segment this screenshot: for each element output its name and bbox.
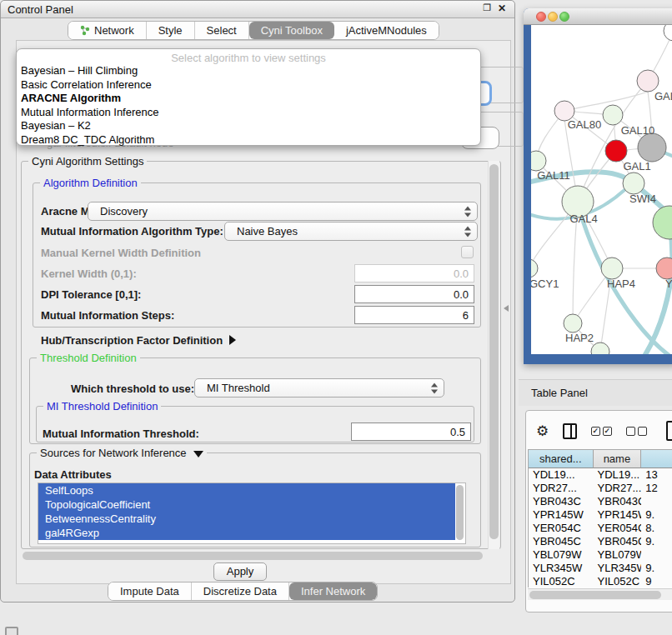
combo-spinner-icon <box>464 206 471 217</box>
panel-divider-arrow-icon[interactable] <box>504 305 509 312</box>
attribute-item[interactable]: SelfLoops <box>38 483 455 498</box>
network-node-y[interactable] <box>656 258 672 279</box>
algorithm-option[interactable]: Bayesian – K2 <box>17 119 480 133</box>
network-node-label: GAL10 <box>621 124 654 137</box>
column-header-name[interactable]: name <box>594 450 642 468</box>
top-tab-bar: NetworkStyleSelectCyni ToolboxjActiveMNo… <box>68 21 439 40</box>
close-window-icon[interactable]: ✕ <box>498 2 506 14</box>
table-header-row: shared...name <box>529 450 672 468</box>
network-node-gal7[interactable] <box>637 70 659 92</box>
network-node-gal1[interactable] <box>605 140 627 162</box>
checked-box-icon: ✓ <box>603 427 612 436</box>
network-node-label: GAL11 <box>537 169 570 182</box>
table-cell: YDR27... <box>594 482 642 495</box>
tab-network[interactable]: Network <box>68 22 147 39</box>
algorithm-option[interactable]: Bayesian – Hill Climbing <box>17 64 480 78</box>
minimize-traffic-light-icon[interactable] <box>548 12 558 22</box>
dpi-tolerance-label: DPI Tolerance [0,1]: <box>41 288 141 301</box>
tab-cyni-toolbox[interactable]: Cyni Toolbox <box>249 22 334 39</box>
tab-discretize-data[interactable]: Discretize Data <box>192 582 289 600</box>
attribute-item[interactable]: gal4RGexp <box>38 526 455 540</box>
algorithm-option[interactable]: Dream8 DC_TDC Algorithm <box>17 133 480 148</box>
bottom-tab-bar: Impute DataDiscretize DataInfer Network <box>108 582 378 601</box>
which-threshold-combo[interactable]: MI Threshold <box>194 378 444 398</box>
unchecked-box-icon <box>626 427 635 436</box>
mi-threshold-group-title: MI Threshold Definition <box>43 400 161 412</box>
table-cell: YBR045C <box>594 535 642 548</box>
table-row[interactable]: YBL079WYBL079W <box>529 548 672 562</box>
network-view-window: GAL7GAL80GAL10GAL1GAL11SWI4GAL4GCY1HAP4Y… <box>524 8 672 364</box>
network-node-label: GCY1 <box>531 278 559 290</box>
mi-steps-label: Mutual Information Steps: <box>41 309 174 322</box>
float-window-icon[interactable]: ❐ <box>483 2 491 13</box>
table-row[interactable]: YDR27...YDR27...12 <box>529 482 672 495</box>
mi-type-value: Naive Bayes <box>237 225 298 238</box>
table-horizontal-scrollbar-thumb[interactable] <box>529 591 661 599</box>
network-node[interactable] <box>664 25 672 41</box>
column-header-shared[interactable]: shared... <box>529 450 594 468</box>
network-node[interactable] <box>638 133 666 162</box>
tab-jactivemnodules[interactable]: jActiveMNodules <box>334 22 439 39</box>
column-header[interactable] <box>641 450 672 468</box>
table-row[interactable]: YER054CYER054C8. <box>529 522 672 535</box>
hub-definition-toggle[interactable]: Hub/Transcription Factor Definition <box>41 334 236 347</box>
table-cell: YBR043C <box>529 495 594 508</box>
settings-vertical-scrollbar-thumb[interactable] <box>489 164 499 539</box>
which-threshold-value: MI Threshold <box>207 382 270 394</box>
network-node-hap2[interactable] <box>564 314 582 332</box>
document-icon[interactable] <box>666 421 672 441</box>
dpi-tolerance-field[interactable]: 0.0 <box>354 285 474 303</box>
sources-group-title[interactable]: Sources for Network Inference <box>37 447 207 459</box>
attribute-list-scrollbar[interactable] <box>456 485 464 540</box>
table-cell: YPR145W <box>529 508 594 522</box>
tab-impute-data[interactable]: Impute Data <box>108 582 192 600</box>
select-all-icon[interactable]: ✓✓ <box>591 427 612 436</box>
table-row[interactable]: YLR345WYLR345W9. <box>529 562 672 575</box>
unchecked-box-icon <box>638 427 647 436</box>
table-cell: 8. <box>641 522 672 535</box>
algorithm-option[interactable]: Basic Correlation Inference <box>17 78 480 92</box>
network-tab-icon <box>80 25 90 36</box>
close-traffic-light-icon[interactable] <box>536 12 546 22</box>
algorithm-option[interactable]: Mutual Information Inference <box>17 106 480 120</box>
node-table: shared...name YDL19...YDL19...13YDR27...… <box>528 449 672 588</box>
mi-threshold-field[interactable]: 0.5 <box>351 422 471 441</box>
zoom-traffic-light-icon[interactable] <box>559 12 569 22</box>
attribute-item[interactable]: BetweennessCentrality <box>38 512 455 526</box>
network-node-swi4[interactable] <box>623 172 644 194</box>
table-row[interactable]: YBR043CYBR043C <box>529 495 672 508</box>
tab-select[interactable]: Select <box>195 22 249 39</box>
which-threshold-label: Which threshold to use: <box>71 382 194 395</box>
network-canvas[interactable]: GAL7GAL80GAL10GAL1GAL11SWI4GAL4GCY1HAP4Y… <box>531 25 672 354</box>
settings-horizontal-scrollbar-thumb[interactable] <box>23 552 483 560</box>
aracne-mode-combo[interactable]: Discovery <box>88 202 478 221</box>
network-node-gcy1[interactable] <box>531 259 538 278</box>
table-row[interactable]: YIL052CYIL052C9 <box>529 575 672 588</box>
table-row[interactable]: YBR045CYBR045C9. <box>529 535 672 548</box>
collapsed-panel-icon[interactable] <box>5 627 18 635</box>
table-row[interactable]: YPR145WYPR145W9. <box>529 508 672 522</box>
mi-steps-field[interactable]: 6 <box>354 306 474 324</box>
deselect-all-icon[interactable] <box>626 427 647 436</box>
table-cell: YER054C <box>594 522 642 535</box>
network-node[interactable] <box>591 342 609 354</box>
network-node[interactable] <box>653 206 672 239</box>
attribute-item[interactable]: TopologicalCoefficient <box>38 498 455 512</box>
table-cell: YBL079W <box>594 548 642 562</box>
gear-icon[interactable]: ⚙ <box>536 424 549 438</box>
kernel-width-field[interactable]: 0.0 <box>354 264 474 282</box>
tab-infer-network[interactable]: Infer Network <box>289 582 377 600</box>
apply-button[interactable]: Apply <box>213 562 267 581</box>
algorithm-popup-placeholder: Select algorithm to view settings <box>17 52 480 64</box>
mi-type-combo[interactable]: Naive Bayes <box>224 222 478 241</box>
algorithm-option[interactable]: ARACNE Algorithm <box>17 92 480 106</box>
tab-style[interactable]: Style <box>147 22 195 39</box>
manual-kernel-checkbox[interactable] <box>461 246 474 258</box>
table-horizontal-scrollbar-track <box>528 588 672 600</box>
threshold-definition-title: Threshold Definition <box>37 352 140 364</box>
network-node-gal10[interactable] <box>603 105 623 125</box>
network-node-hap4[interactable] <box>601 258 623 279</box>
table-row[interactable]: YDL19...YDL19...13 <box>529 468 672 482</box>
table-cell: YDL19... <box>594 468 642 482</box>
columns-icon[interactable] <box>563 423 577 439</box>
